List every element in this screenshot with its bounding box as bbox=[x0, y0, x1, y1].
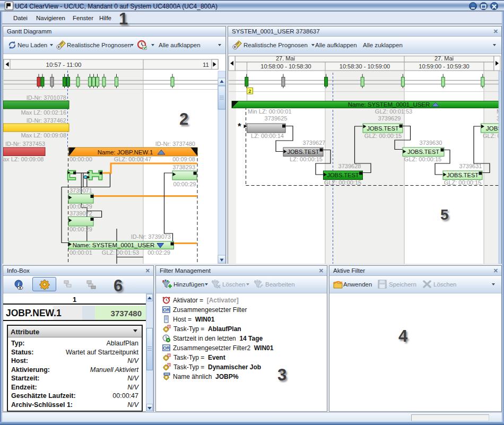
svg-text:3739629: 3739629 bbox=[378, 115, 401, 122]
svg-text:JOBS.TEST: JOBS.TEST bbox=[447, 172, 479, 178]
svg-text:ID-Nr: 3737453: ID-Nr: 3737453 bbox=[5, 141, 45, 147]
svg-text:Name: JOBP.NEW.1: Name: JOBP.NEW.1 bbox=[98, 149, 153, 155]
svg-text:00:00:29: 00:00:29 bbox=[173, 181, 196, 187]
svg-text:OR: OR bbox=[163, 345, 170, 351]
svg-text:JOBS.TEST: JOBS.TEST bbox=[288, 149, 319, 155]
svg-text:3739627: 3739627 bbox=[303, 140, 326, 146]
svg-text:OR: OR bbox=[163, 307, 170, 313]
svg-text:GLZ: 00:01:53: GLZ: 00:01:53 bbox=[102, 249, 139, 256]
svg-text:GLZ: 00:00:15: GLZ: 00:00:15 bbox=[404, 156, 441, 162]
svg-text:00:02:29: 00:02:29 bbox=[147, 249, 170, 256]
svg-text:00:00:01: 00:00:01 bbox=[69, 249, 92, 256]
svg-text:GLZ: 00:00:15: GLZ: 00:00:15 bbox=[364, 133, 402, 139]
svg-text:2: 2 bbox=[248, 88, 251, 94]
svg-text:27. Mai: 27. Mai bbox=[276, 55, 295, 62]
svg-text:GLZ: 00:00:15: GLZ: 00:00:15 bbox=[444, 179, 481, 186]
svg-text:3739071: 3739071 bbox=[69, 187, 92, 194]
svg-text:Min LZ: 00:00:01: Min LZ: 00:00:01 bbox=[248, 108, 292, 115]
svg-text:Max LZ: 00:02:16: Max LZ: 00:02:16 bbox=[21, 109, 66, 116]
svg-text:JOBS.TEST: JOBS.TEST bbox=[407, 149, 439, 155]
svg-text:JOBS.TEST: JOBS.TEST bbox=[327, 172, 359, 178]
svg-text:00:00:00: 00:00:00 bbox=[69, 156, 92, 162]
svg-text:10:58:30 - 10:59:00: 10:58:30 - 10:59:00 bbox=[340, 63, 390, 70]
svg-text:LZ: 00:00:15: LZ: 00:00:15 bbox=[290, 156, 323, 162]
svg-text:00:00:29: 00:00:29 bbox=[69, 226, 92, 232]
svg-text:ID-Nr: 3701078: ID-Nr: 3701078 bbox=[27, 94, 66, 101]
svg-text:10:58:00 - 10:58:30: 10:58:00 - 10:58:30 bbox=[260, 63, 311, 70]
svg-text:3739072: 3739072 bbox=[69, 210, 92, 216]
svg-text:10:57 - 11:00: 10:57 - 11:00 bbox=[46, 62, 82, 68]
svg-text:11: 11 bbox=[203, 62, 209, 68]
svg-text:*: * bbox=[238, 122, 241, 132]
svg-text:3739630: 3739630 bbox=[420, 140, 442, 146]
svg-text:Name: SYSTEM_0001_USER: Name: SYSTEM_0001_USER bbox=[73, 242, 155, 248]
svg-text:Max LZ: 00:09:08: Max LZ: 00:09:08 bbox=[21, 132, 66, 138]
svg-text:ID-Nr: 3739073: ID-Nr: 3739073 bbox=[131, 233, 171, 240]
svg-text:ax LZ: 00:09:08: ax LZ: 00:09:08 bbox=[3, 156, 44, 162]
svg-text:3739625: 3739625 bbox=[265, 115, 288, 122]
svg-text:27. Mai: 27. Mai bbox=[435, 55, 454, 62]
svg-text:00:00:29: 00:00:29 bbox=[69, 203, 92, 210]
svg-text:GLZ: 00:01:53: GLZ: 00:01:53 bbox=[375, 108, 412, 115]
svg-text:10:59:00 - 10:59:30: 10:59:00 - 10:59:30 bbox=[419, 63, 469, 70]
svg-text:LZ: 00:00:14: LZ: 00:00:14 bbox=[251, 133, 284, 139]
svg-text:3738293: 3738293 bbox=[172, 164, 195, 170]
svg-text:GLZ: 00:00:15: GLZ: 00:00:15 bbox=[324, 179, 361, 186]
svg-text:ID-Nr: 3737462: ID-Nr: 3737462 bbox=[27, 117, 66, 124]
svg-text:00:09:08: 00:09:08 bbox=[172, 156, 195, 162]
svg-text:GLZ: 00:00:47: GLZ: 00:00:47 bbox=[114, 156, 151, 162]
svg-text:JOBS.TEST: JOBS.TEST bbox=[367, 125, 399, 132]
svg-text:Name: SYSTEM_0001_USER: Name: SYSTEM_0001_USER bbox=[348, 101, 430, 108]
svg-text:ID-Nr: 3737480: ID-Nr: 3737480 bbox=[155, 141, 195, 147]
